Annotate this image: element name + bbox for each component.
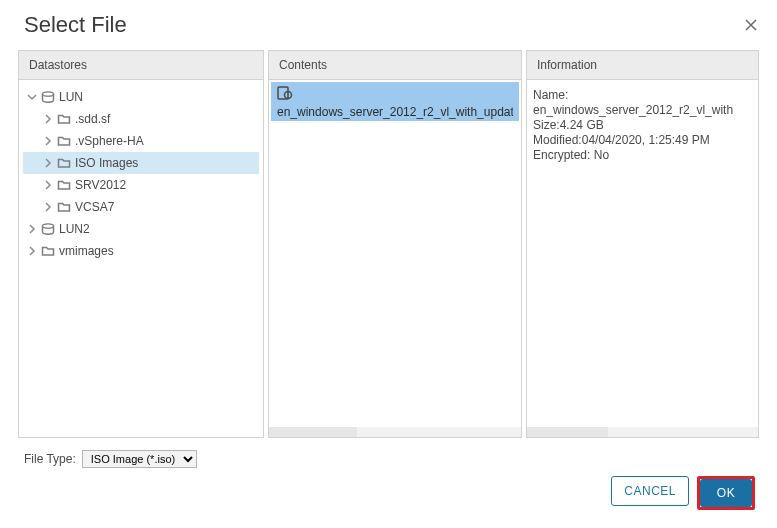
cancel-button[interactable]: CANCEL (611, 476, 689, 506)
info-modified-label: Modified: (533, 133, 582, 147)
folder-icon (41, 244, 55, 258)
info-name-value: en_windows_server_2012_r2_vl_with (533, 103, 752, 118)
info-encrypted-label: Encrypted: (533, 148, 590, 162)
contents-panel: Contents en_windows_server_2012_r2_vl_wi… (268, 50, 522, 438)
tree-label: .vSphere-HA (75, 134, 144, 148)
info-size-label: Size: (533, 118, 560, 132)
info-name-label: Name: (533, 88, 568, 102)
info-modified-value: 04/04/2020, 1:25:49 PM (582, 133, 710, 147)
tree-node-srv2012[interactable]: SRV2012 (23, 174, 259, 196)
svg-point-0 (43, 92, 54, 96)
file-item[interactable]: en_windows_server_2012_r2_vl_with_updat (271, 82, 519, 121)
tree-node-lun2[interactable]: LUN2 (23, 218, 259, 240)
tree-label: LUN2 (59, 222, 90, 236)
contents-footer (269, 427, 521, 437)
information-header: Information (527, 51, 758, 80)
tree-node-vcsa7[interactable]: VCSA7 (23, 196, 259, 218)
file-type-row: File Type: ISO Image (*.iso) (18, 450, 759, 476)
button-row: CANCEL OK (18, 476, 759, 510)
dialog-title: Select File (24, 12, 127, 38)
datastores-header: Datastores (19, 51, 263, 80)
folder-icon (57, 178, 71, 192)
file-type-label: File Type: (24, 452, 76, 466)
folder-icon (57, 200, 71, 214)
chevron-right-icon (43, 136, 53, 146)
close-icon[interactable] (743, 17, 759, 33)
info-modified-line: Modified:04/04/2020, 1:25:49 PM (533, 133, 752, 148)
chevron-right-icon (43, 158, 53, 168)
chevron-down-icon (27, 92, 37, 102)
ok-button[interactable]: OK (700, 479, 752, 507)
tree-node-sdd[interactable]: .sdd.sf (23, 108, 259, 130)
datastores-tree-body[interactable]: LUN .s (19, 80, 263, 437)
info-encrypted-line: Encrypted: No (533, 148, 752, 163)
chevron-right-icon (43, 180, 53, 190)
tree-label: ISO Images (75, 156, 138, 170)
info-size-line: Size:4.24 GB (533, 118, 752, 133)
dialog-header: Select File (18, 0, 759, 50)
tree-node-vmimages[interactable]: vmimages (23, 240, 259, 262)
datastore-icon (41, 222, 55, 236)
select-file-dialog: Select File Datastores (0, 0, 777, 528)
chevron-right-icon (43, 202, 53, 212)
panels-container: Datastores LUN (18, 50, 759, 438)
svg-point-1 (43, 224, 54, 228)
chevron-right-icon (27, 224, 37, 234)
information-footer (527, 427, 758, 437)
tree-label: LUN (59, 90, 83, 104)
tree-label: VCSA7 (75, 200, 114, 214)
information-panel: Information Name: en_windows_server_2012… (526, 50, 759, 438)
info-name-line: Name: (533, 88, 752, 103)
datastores-panel: Datastores LUN (18, 50, 264, 438)
chevron-right-icon (27, 246, 37, 256)
chevron-right-icon (43, 114, 53, 124)
iso-file-icon (277, 86, 293, 103)
folder-icon (57, 156, 71, 170)
folder-icon (57, 112, 71, 126)
tree-label: SRV2012 (75, 178, 126, 192)
datastore-icon (41, 90, 55, 104)
file-type-select[interactable]: ISO Image (*.iso) (82, 450, 197, 468)
info-encrypted-value: No (590, 148, 609, 162)
svg-rect-2 (278, 87, 288, 99)
info-size-value: 4.24 GB (560, 118, 604, 132)
contents-body[interactable]: en_windows_server_2012_r2_vl_with_updat (269, 80, 521, 427)
folder-icon (57, 134, 71, 148)
contents-header: Contents (269, 51, 521, 80)
tree-label: .sdd.sf (75, 112, 110, 126)
ok-button-highlight: OK (697, 476, 755, 510)
tree-label: vmimages (59, 244, 114, 258)
tree-node-vsphereha[interactable]: .vSphere-HA (23, 130, 259, 152)
tree-node-lun[interactable]: LUN (23, 86, 259, 108)
information-body: Name: en_windows_server_2012_r2_vl_with … (527, 80, 758, 427)
tree-node-iso-images[interactable]: ISO Images (23, 152, 259, 174)
file-name: en_windows_server_2012_r2_vl_with_updat (277, 105, 513, 119)
